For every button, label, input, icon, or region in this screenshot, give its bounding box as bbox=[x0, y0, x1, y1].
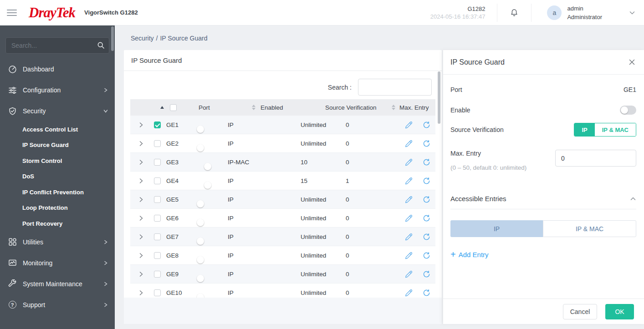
sidebar-subitem-storm-control[interactable]: Storm Control bbox=[0, 153, 115, 169]
cancel-button[interactable]: Cancel bbox=[563, 304, 597, 319]
sidebar-scrollbar-thumb[interactable] bbox=[111, 26, 114, 51]
row-select-checkbox[interactable] bbox=[154, 121, 161, 128]
device-datetime: 2024-05-16 16:37:47 bbox=[430, 13, 486, 20]
sv-option-ip-mac[interactable]: IP & MAC bbox=[595, 123, 636, 136]
edit-button[interactable] bbox=[399, 214, 417, 222]
port-cell: GE3 bbox=[163, 159, 195, 166]
sidebar-item-support[interactable]: ?Support bbox=[0, 294, 115, 315]
edit-button[interactable] bbox=[399, 289, 417, 297]
column-header-max-entry[interactable]: Max. Entry bbox=[399, 99, 429, 116]
sidebar-item-security[interactable]: Security bbox=[0, 101, 115, 121]
refresh-button[interactable] bbox=[417, 270, 435, 278]
sidebar-item-system-maintenance[interactable]: System Maintenance bbox=[0, 273, 115, 294]
row-expand-chevron-icon[interactable] bbox=[130, 234, 151, 240]
row-select-checkbox[interactable] bbox=[154, 289, 161, 296]
source-verification-cell: IP-MAC bbox=[228, 159, 301, 166]
select-all-checkbox[interactable] bbox=[170, 99, 177, 116]
row-select-checkbox[interactable] bbox=[154, 159, 161, 166]
panel-title: IP Source Guard bbox=[124, 50, 442, 71]
row-select-checkbox[interactable] bbox=[154, 196, 161, 203]
row-select-checkbox[interactable] bbox=[154, 271, 161, 278]
sidebar-item-monitoring[interactable]: Monitoring bbox=[0, 253, 115, 273]
tab-ip[interactable]: IP bbox=[450, 220, 543, 237]
drawer-source-verification-label: Source Verification bbox=[450, 126, 504, 133]
add-entry-button[interactable]: + Add Entry bbox=[450, 250, 489, 258]
drawer-port-value: GE1 bbox=[624, 86, 636, 93]
sidebar-subitem-access-control-list[interactable]: Access Control List bbox=[0, 121, 115, 137]
tab-ip-mac[interactable]: IP & MAC bbox=[543, 220, 636, 237]
row-checkbox-cell bbox=[151, 233, 163, 240]
sidebar-subitem-dos[interactable]: DoS bbox=[0, 169, 115, 185]
max-entry-input[interactable] bbox=[555, 150, 636, 167]
table-scrollbar-thumb[interactable] bbox=[438, 71, 440, 124]
sidebar-item-configuration[interactable]: Configuration bbox=[0, 80, 115, 101]
user-menu[interactable]: a admin Administrator bbox=[532, 4, 644, 21]
sort-icon[interactable] bbox=[392, 99, 395, 116]
row-expand-chevron-icon[interactable] bbox=[130, 290, 151, 296]
refresh-button[interactable] bbox=[417, 158, 435, 166]
row-select-checkbox[interactable] bbox=[154, 215, 161, 222]
row-select-checkbox[interactable] bbox=[154, 177, 161, 184]
edit-button[interactable] bbox=[399, 177, 417, 185]
current-entry-cell: 0 bbox=[346, 289, 387, 296]
refresh-button[interactable] bbox=[417, 196, 435, 203]
drawer-enable-toggle[interactable] bbox=[620, 106, 636, 115]
refresh-button[interactable] bbox=[417, 121, 435, 129]
column-header-port[interactable]: Port bbox=[199, 99, 210, 116]
sidebar-subitem-ip-conflict-prevention[interactable]: IP Conflict Prevention bbox=[0, 184, 115, 200]
row-select-checkbox[interactable] bbox=[154, 252, 161, 259]
refresh-button[interactable] bbox=[417, 140, 435, 147]
refresh-button[interactable] bbox=[417, 177, 435, 185]
drawer-port-label: Port bbox=[450, 86, 462, 93]
refresh-button[interactable] bbox=[417, 214, 435, 222]
sidebar-item-label: Support bbox=[23, 301, 103, 309]
edit-button[interactable] bbox=[399, 233, 417, 241]
column-header-source-verification[interactable]: Source Verification bbox=[325, 99, 377, 116]
breadcrumb-security[interactable]: Security bbox=[131, 35, 154, 42]
sort-asc-icon[interactable] bbox=[160, 99, 164, 116]
sidebar-subitem-ip-source-guard[interactable]: IP Source Guard bbox=[0, 137, 115, 153]
edit-button[interactable] bbox=[399, 158, 417, 166]
sv-option-ip[interactable]: IP bbox=[574, 123, 594, 136]
column-header-enabled[interactable]: Enabled bbox=[261, 99, 283, 116]
edit-button[interactable] bbox=[399, 140, 417, 147]
breadcrumb-ip-source-guard[interactable]: IP Source Guard bbox=[160, 35, 207, 42]
row-expand-chevron-icon[interactable] bbox=[130, 197, 151, 202]
row-expand-chevron-icon[interactable] bbox=[130, 122, 151, 128]
row-expand-chevron-icon[interactable] bbox=[130, 159, 151, 165]
sidebar-search-input[interactable] bbox=[5, 37, 109, 54]
sidebar-subitem-port-recovery[interactable]: Port Recovery bbox=[0, 216, 115, 232]
edit-button[interactable] bbox=[399, 270, 417, 278]
table-search-input[interactable] bbox=[358, 79, 432, 96]
edit-button[interactable] bbox=[399, 252, 417, 259]
chevron-up-icon[interactable] bbox=[630, 196, 636, 202]
close-icon[interactable] bbox=[629, 59, 635, 66]
ok-button[interactable]: OK bbox=[605, 304, 634, 319]
max-entry-cell: Unlimited bbox=[301, 121, 346, 128]
sidebar-subitem-loop-protection[interactable]: Loop Protection bbox=[0, 200, 115, 216]
max-entry-cell: Unlimited bbox=[301, 252, 346, 259]
current-entry-cell: 0 bbox=[346, 271, 387, 278]
row-expand-chevron-icon[interactable] bbox=[130, 215, 151, 221]
row-expand-chevron-icon[interactable] bbox=[130, 271, 151, 277]
refresh-button[interactable] bbox=[417, 252, 435, 259]
edit-button[interactable] bbox=[399, 196, 417, 203]
sidebar-item-utilities[interactable]: Utilities bbox=[0, 232, 115, 253]
hamburger-menu-icon[interactable] bbox=[7, 8, 17, 18]
edit-button[interactable] bbox=[399, 121, 417, 129]
row-select-checkbox[interactable] bbox=[154, 140, 161, 147]
notifications-button[interactable] bbox=[497, 8, 531, 17]
max-entry-cell: Unlimited bbox=[301, 289, 346, 296]
refresh-button[interactable] bbox=[417, 289, 435, 297]
row-select-checkbox[interactable] bbox=[154, 233, 161, 240]
sidebar-item-dashboard[interactable]: Dashboard bbox=[0, 59, 115, 80]
refresh-button[interactable] bbox=[417, 233, 435, 241]
row-checkbox-cell bbox=[151, 271, 163, 278]
row-expand-chevron-icon[interactable] bbox=[130, 141, 151, 147]
current-entry-cell: 0 bbox=[346, 140, 387, 147]
sort-icon[interactable] bbox=[252, 99, 256, 116]
row-expand-chevron-icon[interactable] bbox=[130, 253, 151, 258]
max-entry-cell: Unlimited bbox=[301, 271, 346, 278]
row-expand-chevron-icon[interactable] bbox=[130, 178, 151, 184]
max-entry-cell: Unlimited bbox=[301, 196, 346, 203]
